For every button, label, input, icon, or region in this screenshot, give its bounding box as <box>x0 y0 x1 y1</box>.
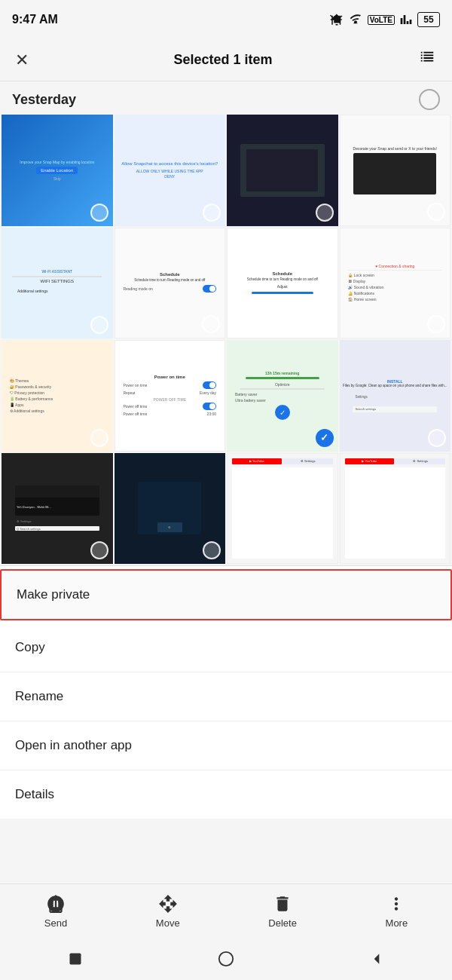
svg-rect-0 <box>70 954 81 965</box>
delete-label: Delete <box>268 917 297 929</box>
photo-cell[interactable]: Improve your Snap Map by enabling locati… <box>2 115 113 226</box>
status-icons: VoLTE 55 <box>330 12 440 27</box>
photo-select[interactable] <box>90 316 108 334</box>
photo-cell[interactable]: Schedule Schedule time to turn Reading m… <box>227 228 338 339</box>
photo-select[interactable] <box>427 315 445 333</box>
copy-button[interactable]: Copy <box>0 623 452 672</box>
more-label: More <box>386 917 408 929</box>
nav-bar <box>0 938 452 980</box>
photo-cell[interactable]: 13h 15m remaining Optimize Battery saver… <box>227 340 338 452</box>
home-nav-button[interactable] <box>212 945 240 972</box>
move-label: Move <box>156 917 180 929</box>
back-nav-button[interactable] <box>363 945 390 972</box>
open-in-another-app-button[interactable]: Open in another app <box>0 721 452 770</box>
photo-cell[interactable]: ♥ Connection & sharing 🔒 Lock screen 🖥 D… <box>340 228 451 339</box>
circle-icon <box>218 951 234 967</box>
triangle-back-icon <box>369 951 384 966</box>
more-icon <box>386 893 407 914</box>
photo-select[interactable] <box>427 203 445 221</box>
photo-select[interactable] <box>315 541 333 559</box>
square-nav-button[interactable] <box>62 945 89 972</box>
photo-select[interactable] <box>427 541 445 559</box>
rename-button[interactable]: Rename <box>0 672 452 721</box>
make-private-button[interactable]: Make private <box>0 569 452 620</box>
photo-select[interactable] <box>315 315 333 333</box>
photo-grid: Improve your Snap Map by enabling locati… <box>0 115 452 564</box>
photo-cell[interactable]: Yeh Dooriyan - Mohit Mi... ⚙ Settings Q … <box>2 453 113 565</box>
photo-select[interactable] <box>90 204 108 222</box>
photo-select[interactable] <box>316 429 334 447</box>
wifi-icon <box>348 14 363 26</box>
bottom-toolbar: Send Move Delete More <box>0 884 452 938</box>
photo-cell[interactable]: Decorate your Snap and send or X to your… <box>340 115 451 226</box>
move-icon <box>157 893 179 914</box>
photo-select[interactable] <box>90 429 108 447</box>
svg-point-1 <box>219 952 233 966</box>
filter-select-button[interactable] <box>414 47 440 74</box>
photo-cell[interactable]: ⚙ <box>115 453 226 565</box>
status-time: 9:47 AM <box>12 13 58 26</box>
move-button[interactable]: Move <box>156 893 180 929</box>
delete-button[interactable]: Delete <box>268 893 297 929</box>
send-label: Send <box>44 917 67 929</box>
status-bar: 9:47 AM VoLTE 55 <box>0 0 452 39</box>
send-icon <box>45 893 66 914</box>
more-button[interactable]: More <box>386 893 408 929</box>
page-title: Selected 1 item <box>173 52 272 68</box>
photo-cell[interactable] <box>227 115 338 226</box>
battery-indicator: 55 <box>417 12 440 27</box>
photo-cell[interactable]: Schedule Schedule time to turn Reading m… <box>115 228 226 339</box>
delete-icon <box>272 893 293 914</box>
send-button[interactable]: Send <box>44 893 67 929</box>
top-bar: ✕ Selected 1 item <box>0 39 452 81</box>
photo-cell[interactable]: ▶ YouTube ⚙ Settings <box>227 453 338 565</box>
photo-select[interactable] <box>202 315 220 333</box>
photo-select[interactable] <box>90 541 108 559</box>
photo-select[interactable] <box>316 204 334 222</box>
photo-cell[interactable]: 🎨 Themes 🔐 Passwords & security 🛡 Privac… <box>2 340 113 452</box>
signal-icon <box>399 14 413 26</box>
section-select-circle[interactable] <box>419 89 440 110</box>
svg-marker-2 <box>374 954 380 963</box>
section-title: Yesterday <box>12 92 76 108</box>
square-icon <box>68 951 83 966</box>
close-button[interactable]: ✕ <box>12 47 32 73</box>
photo-cell[interactable]: ▶ YouTube ⚙ Settings <box>340 453 451 565</box>
silent-icon <box>330 13 344 26</box>
section-header: Yesterday <box>0 81 452 115</box>
photo-cell[interactable]: Power on time Power on time RepeatEvery … <box>115 340 226 452</box>
action-panel: Make private Copy Rename Open in another… <box>0 565 452 819</box>
photo-cell[interactable]: WI-FI ASSISTANT WIFI SETTINGS Additional… <box>2 228 113 339</box>
photo-select[interactable] <box>203 541 221 559</box>
volte-badge: VoLTE <box>368 15 395 25</box>
details-button[interactable]: Details <box>0 770 452 819</box>
photo-select[interactable] <box>428 429 446 447</box>
photo-cell[interactable]: INSTALL Files by Google: Clean up space … <box>340 340 451 452</box>
photo-select[interactable] <box>202 428 220 446</box>
checklist-icon <box>417 50 437 66</box>
photo-cell[interactable]: Allow Snapchat to access this device's l… <box>115 115 226 226</box>
gallery-section: Yesterday Improve your Snap Map by enabl… <box>0 81 452 564</box>
photo-select[interactable] <box>203 204 221 222</box>
